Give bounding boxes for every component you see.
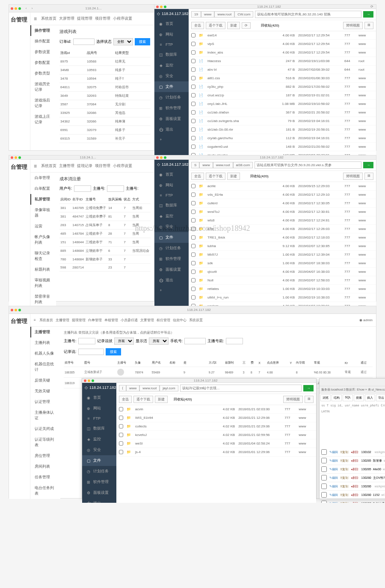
table-row[interactable]: 381484747立维效率费子817当周: [59, 212, 151, 221]
sidebar-item[interactable]: 电台任务列表: [30, 483, 60, 499]
file-checkbox[interactable]: [191, 243, 195, 249]
nav-item[interactable]: 小程序设置: [113, 164, 132, 168]
grid-view-icon[interactable]: ⊞: [364, 22, 373, 29]
file-checkbox[interactable]: [119, 441, 123, 446]
edit-action[interactable]: ✎编辑: [329, 450, 339, 455]
crumb-seg[interactable]: CW.com: [234, 11, 253, 18]
bt-menu-item[interactable]: ◷计划任务: [82, 466, 116, 477]
sidebar-item[interactable]: 私屏管理: [30, 194, 56, 205]
file-row[interactable]: 📁collects4.02 KB2018/01/21 02:29:06777ww…: [116, 422, 316, 431]
note-input[interactable]: [78, 349, 104, 355]
sidebar-item[interactable]: 白单管理: [30, 173, 56, 183]
sidebar-item[interactable]: 房位管理: [30, 451, 60, 461]
table-row[interactable]: 6481132075对称后市: [59, 83, 151, 92]
db-row-checkbox[interactable]: [321, 449, 327, 455]
table-row[interactable]: 347810594纯子T: [59, 75, 151, 83]
copy-action[interactable]: ⎘复制: [340, 484, 349, 489]
file-row[interactable]: 📁wvslToJ4.00 KB2019/02/17 12:30:81777www: [189, 208, 376, 216]
file-checkbox[interactable]: [119, 432, 123, 438]
db-tab[interactable]: SQL: [343, 394, 353, 401]
crumb-seg[interactable]: ⟨: [119, 385, 126, 391]
db-row[interactable]: ✎编辑 ⎘复制 ●删除130285陈管事slalkgm8lvmows/设计: [320, 457, 385, 465]
table-row[interactable]: 34M810593纯多子: [59, 66, 151, 75]
bt-menu-item[interactable]: ◫数据库: [154, 49, 189, 60]
delete-action[interactable]: ●删除: [350, 501, 359, 503]
db-row-checkbox[interactable]: [321, 501, 327, 503]
table-row[interactable]: 3392532086其他选: [59, 109, 151, 117]
table-row[interactable]: 151148644三维效率于717当周: [59, 238, 151, 247]
bt-menu-item[interactable]: ≡FTP: [82, 414, 116, 423]
anchor2-input[interactable]: [226, 338, 243, 344]
crumb-seg[interactable]: www.root: [213, 162, 233, 168]
user-label[interactable]: ◉ admin: [359, 318, 373, 322]
db-row-checkbox[interactable]: [321, 484, 327, 489]
table-row[interactable]: 885148684立增效率于67当现况结会: [59, 247, 151, 255]
edit-action[interactable]: ✎编辑: [329, 475, 339, 481]
file-checkbox[interactable]: [191, 118, 195, 124]
bt-menu-item[interactable]: ◫数据库: [154, 200, 189, 211]
delete-action[interactable]: ●删除: [350, 475, 359, 481]
new-button[interactable]: 新建: [227, 22, 240, 29]
crumb-seg[interactable]: www: [199, 162, 213, 168]
file-row[interactable]: 📄cny1.tab.JHL1.08 MB2019/02/19/10:58:027…: [189, 100, 376, 108]
sidebar-item[interactable]: 禁密录音列表: [30, 291, 56, 307]
sidebar-item[interactable]: 主播管理: [30, 327, 60, 337]
nav-item[interactable]: 文案管理: [140, 318, 154, 322]
table-row[interactable]: 3436232086纯单薄: [59, 117, 151, 126]
sidebar-item[interactable]: 无效关键: [30, 386, 60, 397]
file-row[interactable]: 📁a7ej4.00 KB2019/02/17 12:26:03777www: [189, 225, 376, 233]
filter-id-input[interactable]: [73, 39, 95, 45]
sidebar-item[interactable]: 参数配置: [30, 57, 56, 68]
filter-uid-input[interactable]: [74, 185, 91, 192]
copy-action[interactable]: ⎘复制: [340, 501, 349, 503]
nav-item[interactable]: 项目管理: [95, 164, 110, 168]
sidebar-item[interactable]: 运营: [30, 221, 56, 232]
db-row-checkbox[interactable]: [321, 475, 327, 481]
crumb-seg[interactable]: www: [201, 11, 214, 18]
overlay-path-input[interactable]: 该站许记最39站个页现...: [180, 385, 302, 392]
sidebar-item[interactable]: 主播列表: [30, 337, 60, 348]
file-checkbox[interactable]: [191, 260, 195, 266]
menu-icon[interactable]: ≡: [34, 16, 37, 22]
bt-menu-item[interactable]: ⏻退出: [154, 275, 189, 286]
sidebar-item[interactable]: 操作配置: [30, 36, 56, 47]
nav-item[interactable]: 主播管理: [59, 164, 74, 168]
nav-item[interactable]: 提现管理: [72, 318, 86, 322]
file-checkbox[interactable]: [191, 58, 195, 64]
nav-item[interactable]: 提现管理: [77, 16, 92, 21]
file-row[interactable]: 📄cogutem0.ust148 B2019/02/21/20:58:02777…: [189, 143, 376, 151]
file-checkbox[interactable]: [191, 218, 195, 223]
db-row-checkbox[interactable]: [321, 458, 327, 463]
edit-action[interactable]: ✎编辑: [329, 501, 339, 503]
file-checkbox[interactable]: [191, 200, 195, 206]
bt-menu-item[interactable]: ◈监控: [82, 434, 116, 445]
table-row[interactable]: 598280714237: [59, 264, 151, 272]
crumb-seg[interactable]: al38.com: [233, 162, 253, 168]
nav-fwd-icon[interactable]: ›: [30, 6, 35, 10]
nav-item[interactable]: 主播管理: [56, 318, 69, 322]
sidebar-item[interactable]: 参数设置: [30, 47, 56, 57]
file-checkbox[interactable]: [191, 33, 195, 38]
copy-action[interactable]: ⎘复制: [340, 467, 349, 472]
file-checkbox[interactable]: [191, 41, 195, 47]
file-checkbox[interactable]: [191, 278, 195, 283]
sidebar-item[interactable]: 录像审核器: [30, 205, 56, 221]
db-row[interactable]: ✎编辑 ⎘复制 ●删除130280主OV性7s卫队: [320, 474, 385, 482]
delete-action[interactable]: ●删除: [350, 484, 359, 489]
overlay-go-button[interactable]: →: [303, 385, 314, 391]
sidebar-item[interactable]: 机器信息统计: [30, 359, 60, 375]
edit-action[interactable]: ✎编辑: [329, 467, 339, 472]
table-row[interactable]: 358737084无分割: [59, 100, 151, 109]
file-row[interactable]: 📁weSl4.02 KB2018/01/04 02:58:24777www: [116, 439, 316, 448]
file-checkbox[interactable]: [191, 84, 195, 90]
file-row[interactable]: 📁WIS_81b944.02 KB2018/01/21 12:29:06777w…: [116, 414, 316, 422]
nav-item[interactable]: 项目管理: [95, 16, 110, 21]
menu-icon[interactable]: ≡: [34, 163, 37, 169]
bt-menu-item[interactable]: ▢文件: [154, 232, 189, 243]
nav-item[interactable]: 提现记录: [77, 164, 92, 168]
table-row[interactable]: 485148784立维效率子287当周: [59, 230, 151, 238]
search-button[interactable]: 搜索: [106, 348, 121, 355]
go-button[interactable]: →: [363, 162, 373, 168]
file-checkbox[interactable]: [191, 192, 195, 197]
sidebar-item[interactable]: 标题列表: [30, 264, 56, 275]
